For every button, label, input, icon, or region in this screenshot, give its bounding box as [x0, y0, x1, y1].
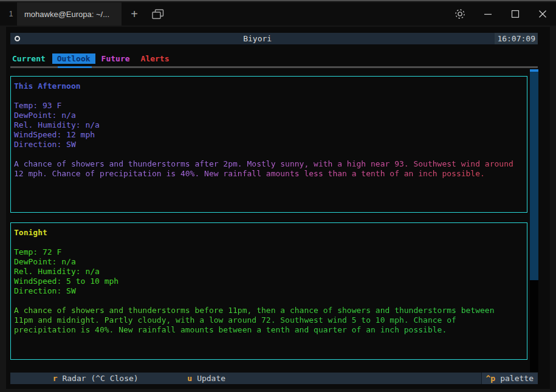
tab-future[interactable]: Future	[101, 54, 130, 63]
field-humidity: Rel. Humidity: n/a	[14, 267, 515, 277]
spinner-icon	[15, 36, 20, 41]
panel-title: Tonight	[14, 228, 515, 238]
scrollbar-thumb-cap	[530, 69, 538, 72]
key-ctrl-p: ^p	[486, 374, 496, 383]
app-header: Biyori 16:07:09	[10, 33, 538, 44]
tab-switcher-icon	[152, 9, 164, 19]
scrollbar-thumb[interactable]	[530, 69, 538, 280]
blank-line	[14, 150, 515, 159]
field-temp: Temp: 93 F	[14, 101, 515, 111]
window-titlebar: 1 mohawke@Europa: ~/... +	[0, 2, 556, 26]
field-direction: Direction: SW	[14, 286, 515, 296]
label-palette: palette	[500, 374, 534, 383]
key-u: u	[187, 374, 192, 383]
app-title: Biyori	[20, 34, 495, 43]
terminal-tab[interactable]: mohawke@Europa: ~/...	[17, 2, 122, 26]
settings-gear-icon	[454, 8, 466, 20]
forecast-panel-this-afternoon: This Afternoon Temp: 93 F DewPoint: n/a …	[10, 76, 527, 213]
tab-index: 1	[5, 10, 17, 18]
hint-radar: rRadar (^C Close)	[15, 365, 139, 392]
field-windspeed: WindSpeed: 12 mph	[14, 130, 515, 140]
blank-line	[14, 91, 515, 101]
blank-line	[14, 296, 515, 306]
status-bar: rRadar (^C Close) uUpdate ^ppalette	[10, 373, 538, 384]
hint-palette: ^ppalette	[482, 373, 538, 384]
field-humidity: Rel. Humidity: n/a	[14, 120, 515, 130]
field-dewpoint: DewPoint: n/a	[14, 111, 515, 120]
view-tabs: Current Outlook Future Alerts	[12, 52, 170, 64]
tab-underline	[10, 66, 538, 68]
field-temp: Temp: 72 F	[14, 247, 515, 257]
forecast-panel-tonight: Tonight Temp: 72 F DewPoint: n/a Rel. Hu…	[10, 222, 527, 360]
label-update: Update	[197, 374, 225, 383]
forecast-text: A chance of showers and thunderstorms af…	[14, 159, 515, 179]
forecast-text: A chance of showers and thunderstorms be…	[14, 306, 515, 335]
clock: 16:07:09	[495, 33, 538, 44]
terminal-window: 1 mohawke@Europa: ~/... +	[0, 0, 556, 392]
terminal-content: Biyori 16:07:09 Current Outlook Future A…	[6, 27, 550, 389]
tab-alerts[interactable]: Alerts	[141, 54, 170, 63]
minimize-icon	[484, 10, 492, 18]
maximize-icon	[511, 10, 520, 18]
terminal-tab-title: mohawke@Europa: ~/...	[24, 10, 109, 19]
settings-button[interactable]	[446, 2, 474, 26]
panel-title: This Afternoon	[14, 81, 515, 91]
field-direction: Direction: SW	[14, 140, 515, 150]
label-radar: Radar (^C Close)	[62, 374, 138, 383]
screen: { "window": { "tab_index": "1", "tab_tit…	[0, 0, 556, 392]
minimize-button[interactable]	[474, 2, 501, 26]
field-windspeed: WindSpeed: 5 to 10 mph	[14, 277, 515, 286]
hint-update: uUpdate	[149, 365, 225, 392]
scrollbar[interactable]	[530, 69, 538, 372]
blank-line	[14, 238, 515, 247]
new-tab-button[interactable]: +	[124, 2, 145, 26]
maximize-button[interactable]	[501, 2, 529, 26]
close-button[interactable]	[529, 2, 556, 26]
tab-outlook[interactable]: Outlook	[52, 53, 95, 64]
tab-switcher-button[interactable]	[145, 2, 171, 26]
key-r: r	[53, 374, 58, 383]
field-dewpoint: DewPoint: n/a	[14, 257, 515, 267]
active-tab-indicator	[58, 66, 92, 68]
tab-current[interactable]: Current	[12, 54, 46, 63]
close-icon	[538, 10, 547, 18]
